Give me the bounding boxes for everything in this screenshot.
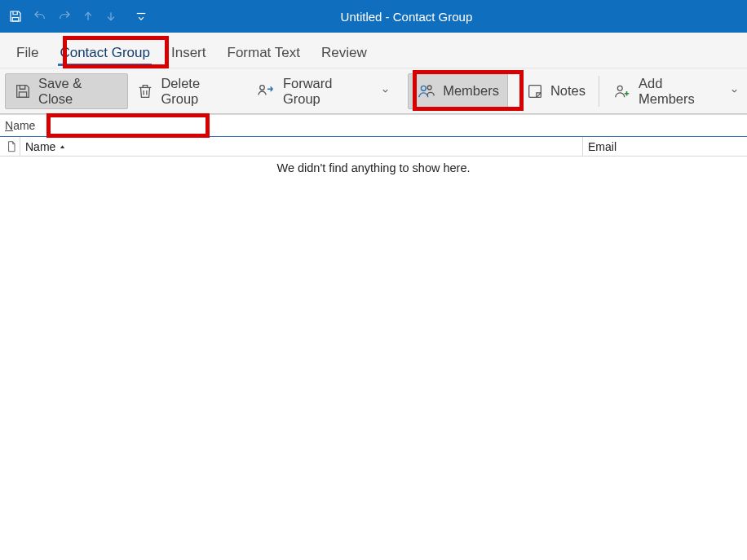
delete-group-label: Delete Group [161,76,241,107]
chevron-down-icon [381,86,390,95]
trash-icon [136,82,154,100]
svg-point-2 [260,85,265,90]
sort-asc-icon [59,140,66,153]
column-email-label: Email [588,140,617,153]
notes-icon [526,82,544,100]
notes-button[interactable]: Notes [518,73,594,109]
forward-group-button[interactable]: Forward Group [249,73,398,109]
svg-point-3 [422,86,427,90]
name-field-row: Name [0,114,747,137]
add-members-label: Add Members [639,76,722,107]
save-close-label: Save & Close [38,76,119,107]
notes-label: Notes [550,83,586,99]
column-headers: Name Email [0,137,747,157]
save-icon[interactable] [8,9,23,24]
previous-item-icon[interactable] [82,9,95,24]
tab-review[interactable]: Review [320,37,369,68]
svg-point-6 [617,86,622,90]
next-item-icon[interactable] [104,9,117,24]
add-members-button[interactable]: Add Members [604,73,747,109]
name-input[interactable] [40,117,717,134]
attachment-column-icon[interactable] [3,140,20,153]
quick-access-toolbar [8,9,147,24]
title-bar: Untitled - Contact Group [0,0,747,33]
undo-icon[interactable] [33,9,47,24]
svg-rect-1 [19,91,26,96]
save-close-icon [14,82,32,100]
svg-rect-5 [529,85,541,97]
chevron-down-icon [730,86,739,95]
add-members-icon [612,82,632,100]
svg-point-4 [427,86,431,90]
members-icon [417,82,436,100]
redo-icon[interactable] [57,9,72,24]
ribbon: Save & Close Delete Group Forward Group [0,68,747,114]
delete-group-button[interactable]: Delete Group [128,73,249,109]
window-title: Untitled - Contact Group [341,10,473,24]
empty-grid-message: We didn't find anything to show here. [0,157,747,174]
ribbon-separator [599,76,599,107]
ribbon-tabs: File Contact Group Insert Format Text Re… [0,33,747,68]
name-label: Name [5,119,35,133]
tab-contact-group[interactable]: Contact Group [58,37,152,68]
members-label: Members [443,83,499,99]
column-name-label: Name [25,140,55,153]
tab-file[interactable]: File [15,37,40,68]
customize-qat-icon[interactable] [135,11,147,22]
forward-group-label: Forward Group [283,76,373,107]
tab-format-text[interactable]: Format Text [226,37,302,68]
svg-rect-0 [12,18,19,22]
members-button[interactable]: Members [408,73,508,109]
column-email[interactable]: Email [582,137,747,156]
tab-insert[interactable]: Insert [170,37,208,68]
column-name[interactable]: Name [20,137,582,156]
save-close-button[interactable]: Save & Close [5,73,128,109]
forward-group-icon [257,82,276,100]
